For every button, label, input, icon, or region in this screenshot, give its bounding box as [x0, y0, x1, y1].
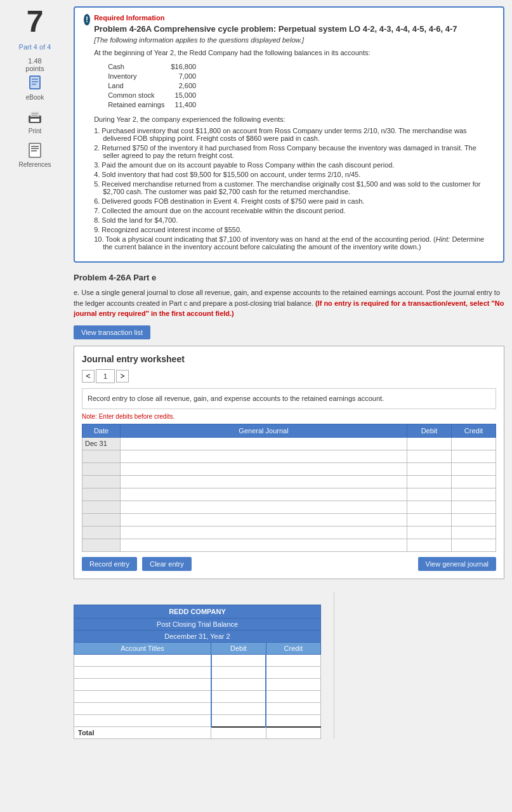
next-page-button[interactable]: > [116, 370, 129, 383]
credit-cell[interactable] [266, 678, 320, 690]
gj-cell[interactable] [121, 539, 407, 551]
credit-input[interactable] [270, 717, 317, 724]
account-input[interactable] [78, 669, 207, 676]
debit-input[interactable] [410, 440, 449, 447]
gj-input[interactable] [123, 528, 404, 536]
gj-cell[interactable] [121, 488, 407, 501]
debit-cell[interactable] [211, 666, 266, 678]
debit-input[interactable] [410, 465, 449, 473]
gj-input[interactable] [123, 440, 404, 447]
credit-cell[interactable] [452, 501, 496, 513]
gj-cell[interactable] [121, 437, 407, 450]
gj-input[interactable] [123, 541, 404, 549]
credit-cell[interactable] [452, 526, 496, 539]
debit-input[interactable] [410, 503, 449, 511]
credit-cell[interactable] [452, 450, 496, 462]
credit-input[interactable] [454, 528, 493, 536]
debit-cell[interactable] [407, 450, 452, 462]
debit-cell[interactable] [211, 690, 266, 702]
record-entry-button[interactable]: Record entry [82, 557, 137, 571]
credit-input[interactable] [270, 693, 317, 700]
debit-cell[interactable] [407, 513, 452, 526]
debit-cell[interactable] [407, 462, 452, 475]
gj-input[interactable] [123, 516, 404, 523]
debit-cell[interactable] [407, 501, 452, 513]
view-transaction-button[interactable]: View transaction list [74, 325, 150, 339]
account-input[interactable] [78, 681, 207, 688]
credit-input[interactable] [454, 452, 493, 460]
credit-cell[interactable] [266, 654, 320, 666]
credit-cell[interactable] [452, 462, 496, 475]
account-input[interactable] [78, 693, 207, 700]
debit-cell[interactable] [407, 526, 452, 539]
credit-cell[interactable] [266, 690, 320, 702]
gj-cell[interactable] [121, 462, 407, 475]
gj-input[interactable] [123, 503, 404, 511]
account-cell[interactable] [74, 678, 211, 690]
prev-page-button[interactable]: < [82, 370, 95, 383]
debit-cell[interactable] [211, 654, 266, 666]
credit-cell[interactable] [452, 513, 496, 526]
clear-entry-button[interactable]: Clear entry [142, 557, 192, 571]
gj-input[interactable] [123, 478, 404, 485]
account-input[interactable] [78, 657, 207, 664]
debit-cell[interactable] [407, 488, 452, 501]
debit-cell[interactable] [211, 702, 266, 714]
credit-input[interactable] [454, 478, 493, 485]
credit-input[interactable] [270, 681, 317, 688]
debit-input[interactable] [216, 669, 261, 676]
debit-input[interactable] [410, 452, 449, 460]
account-cell[interactable] [74, 702, 211, 714]
debit-input[interactable] [410, 490, 449, 498]
credit-input[interactable] [270, 669, 317, 676]
credit-cell[interactable] [266, 666, 320, 678]
debit-input[interactable] [410, 478, 449, 485]
gj-cell[interactable] [121, 475, 407, 488]
debit-input[interactable] [410, 541, 449, 549]
debit-input[interactable] [216, 657, 261, 664]
print-button[interactable]: Print [26, 108, 44, 134]
credit-input[interactable] [270, 657, 317, 664]
account-cell[interactable] [74, 690, 211, 702]
gj-cell[interactable] [121, 526, 407, 539]
gj-cell[interactable] [121, 501, 407, 513]
account-cell[interactable] [74, 654, 211, 666]
credit-cell[interactable] [452, 488, 496, 501]
debit-input[interactable] [410, 528, 449, 536]
account-cell[interactable] [74, 666, 211, 678]
credit-input[interactable] [454, 541, 493, 549]
account-input[interactable] [78, 717, 207, 724]
credit-input[interactable] [454, 516, 493, 523]
debit-cell[interactable] [211, 678, 266, 690]
debit-input[interactable] [216, 681, 261, 688]
debit-input[interactable] [216, 717, 261, 724]
gj-input[interactable] [123, 452, 404, 460]
debit-input[interactable] [216, 705, 261, 712]
credit-input[interactable] [454, 465, 493, 473]
credit-input[interactable] [454, 490, 493, 498]
account-input[interactable] [78, 705, 207, 712]
credit-input[interactable] [454, 503, 493, 511]
debit-cell[interactable] [407, 475, 452, 488]
debit-cell[interactable] [407, 437, 452, 450]
credit-input[interactable] [454, 440, 493, 447]
gj-cell[interactable] [121, 513, 407, 526]
debit-input[interactable] [410, 516, 449, 523]
part-label[interactable]: Part 4 of 4 [19, 43, 51, 51]
credit-cell[interactable] [266, 702, 320, 714]
debit-cell[interactable] [211, 714, 266, 727]
credit-cell[interactable] [452, 475, 496, 488]
debit-cell[interactable] [407, 539, 452, 551]
credit-cell[interactable] [266, 714, 320, 727]
credit-input[interactable] [270, 705, 317, 712]
credit-cell[interactable] [452, 539, 496, 551]
gj-input[interactable] [123, 465, 404, 473]
view-general-journal-button[interactable]: View general journal [418, 557, 496, 571]
references-button[interactable]: References [18, 142, 51, 168]
gj-cell[interactable] [121, 450, 407, 462]
account-cell[interactable] [74, 714, 211, 727]
debit-input[interactable] [216, 693, 261, 700]
ebook-button[interactable]: eBook [26, 75, 44, 101]
gj-input[interactable] [123, 490, 404, 498]
credit-cell[interactable] [452, 437, 496, 450]
